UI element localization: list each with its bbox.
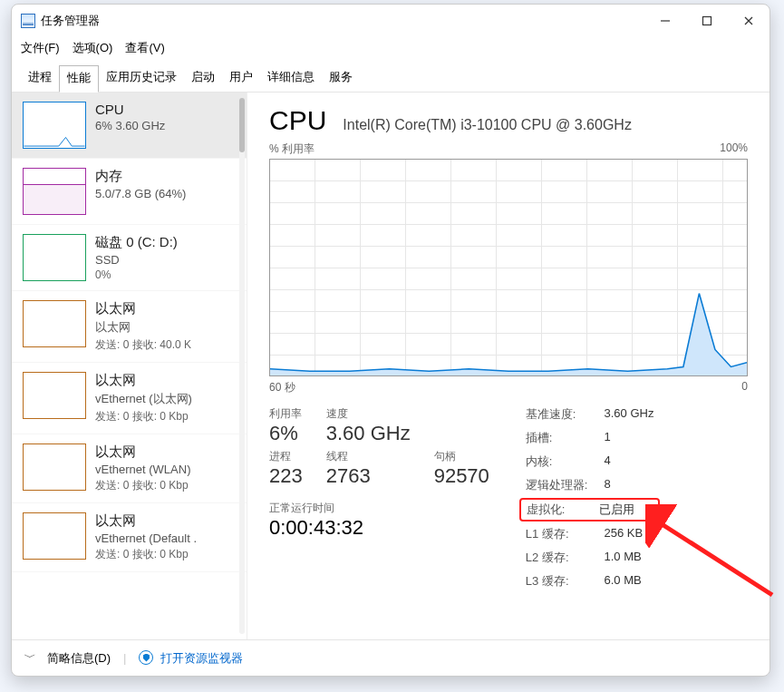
task-manager-window: 任务管理器 文件(F) 选项(O) 查看(V) 进程 性能 应用历史记录 启动 … <box>11 4 770 677</box>
cores-key: 内核: <box>526 453 588 470</box>
tab-details[interactable]: 详细信息 <box>260 65 322 91</box>
sidebar-item-sub1: 以太网 <box>95 319 191 336</box>
base-speed-key: 基准速度: <box>526 406 588 423</box>
sidebar-item-net-5[interactable]: 以太网vEthernet (WLAN)发送: 0 接收: 0 Kbp <box>12 434 247 503</box>
page-title: CPU <box>269 105 326 136</box>
speed-value: 3.60 GHz <box>326 422 411 445</box>
handles-label: 句柄 <box>434 449 489 464</box>
menu-view[interactable]: 查看(V) <box>125 40 164 56</box>
sidebar-item-name: 磁盘 0 (C: D:) <box>95 234 178 251</box>
chart-label-bottom-right: 0 <box>741 380 748 395</box>
chart-label-bottom-left: 60 秒 <box>269 380 295 395</box>
base-speed-val: 3.60 GHz <box>604 406 653 423</box>
tab-app-history[interactable]: 应用历史记录 <box>99 65 184 91</box>
window-title: 任务管理器 <box>41 13 100 29</box>
bottombar: 〉 简略信息(D) | 打开资源监视器 <box>12 639 769 676</box>
chevron-down-icon[interactable]: 〉 <box>21 652 37 664</box>
shield-icon <box>139 650 153 665</box>
sidebar-item-net-6[interactable]: 以太网vEthernet (Default .发送: 0 接收: 0 Kbp <box>12 503 247 572</box>
l3-val: 6.0 MB <box>604 573 653 590</box>
sidebar: CPU6% 3.60 GHz内存5.0/7.8 GB (64%)磁盘 0 (C:… <box>12 93 247 639</box>
uptime-label: 正常运行时间 <box>269 501 489 516</box>
net-thumbnail-icon <box>23 443 86 491</box>
logical-val: 8 <box>604 477 653 493</box>
cpu-model: Intel(R) Core(TM) i3-10100 CPU @ 3.60GHz <box>343 117 632 133</box>
l1-val: 256 KB <box>604 526 653 542</box>
net-thumbnail-icon <box>23 512 86 560</box>
util-label: 利用率 <box>269 406 303 422</box>
handles-value: 92570 <box>434 464 489 488</box>
sidebar-item-sub2: 发送: 0 接收: 0 Kbp <box>95 478 190 493</box>
tab-performance[interactable]: 性能 <box>59 65 99 93</box>
menu-file[interactable]: 文件(F) <box>21 40 60 56</box>
minimize-button[interactable] <box>644 6 686 35</box>
processes-label: 进程 <box>269 449 303 464</box>
maximize-button[interactable] <box>686 6 728 35</box>
threads-label: 线程 <box>326 449 411 464</box>
sidebar-item-sub1: vEthernet (WLAN) <box>95 463 190 476</box>
close-button[interactable] <box>728 6 769 35</box>
net-thumbnail-icon <box>23 372 86 419</box>
svg-rect-0 <box>703 17 711 25</box>
speed-label: 速度 <box>326 406 411 422</box>
tab-startup[interactable]: 启动 <box>184 65 222 91</box>
sockets-key: 插槽: <box>526 430 588 446</box>
sidebar-item-disk-2[interactable]: 磁盘 0 (C: D:)SSD0% <box>12 225 247 291</box>
sidebar-item-sub2: 0% <box>95 268 178 281</box>
menu-options[interactable]: 选项(O) <box>73 40 113 56</box>
sidebar-scrollbar[interactable] <box>239 98 245 634</box>
sidebar-item-name: 以太网 <box>95 443 190 461</box>
tab-services[interactable]: 服务 <box>322 65 360 91</box>
sockets-val: 1 <box>604 430 653 446</box>
threads-value: 2763 <box>326 464 411 488</box>
net-thumbnail-icon <box>23 300 86 347</box>
titlebar[interactable]: 任务管理器 <box>12 5 769 37</box>
chart-label-top-right: 100% <box>720 141 748 157</box>
l3-key: L3 缓存: <box>526 573 588 590</box>
brief-info-link[interactable]: 简略信息(D) <box>47 650 111 667</box>
sidebar-item-sub1: SSD <box>95 253 178 267</box>
sidebar-item-sub1: vEthernet (以太网) <box>95 391 192 407</box>
open-resource-monitor-link[interactable]: 打开资源监视器 <box>139 650 243 667</box>
sidebar-item-name: CPU <box>95 102 165 117</box>
sidebar-item-sub1: 5.0/7.8 GB (64%) <box>95 187 186 200</box>
l2-key: L2 缓存: <box>526 550 588 566</box>
mem-thumbnail-icon <box>23 168 86 215</box>
sidebar-item-name: 以太网 <box>95 372 192 389</box>
util-value: 6% <box>269 422 303 445</box>
cpu-utilization-chart <box>269 159 748 376</box>
sidebar-item-sub2: 发送: 0 接收: 40.0 K <box>95 337 191 353</box>
tab-processes[interactable]: 进程 <box>21 65 59 91</box>
virtualization-highlight: 虚拟化: 已启用 <box>519 498 661 521</box>
l1-key: L1 缓存: <box>526 526 588 542</box>
sidebar-item-sub1: 6% 3.60 GHz <box>95 119 165 132</box>
processes-value: 223 <box>269 464 303 488</box>
app-icon <box>21 14 35 28</box>
uptime-value: 0:00:43:32 <box>269 516 489 540</box>
cpu-spec-table: 基准速度: 3.60 GHz 插槽: 1 内核: 4 逻辑处理器: 8 虚拟化:… <box>526 406 654 590</box>
main-panel: CPU Intel(R) Core(TM) i3-10100 CPU @ 3.6… <box>247 93 769 639</box>
sidebar-item-name: 内存 <box>95 168 186 185</box>
chart-label-top-left: % 利用率 <box>269 141 315 157</box>
sidebar-item-net-3[interactable]: 以太网以太网发送: 0 接收: 40.0 K <box>12 291 247 363</box>
sidebar-item-sub2: 发送: 0 接收: 0 Kbp <box>95 409 192 424</box>
sidebar-item-sub1: vEthernet (Default . <box>95 531 197 545</box>
l2-val: 1.0 MB <box>604 550 653 566</box>
virtualization-key: 虚拟化: <box>527 502 584 518</box>
sidebar-item-cpu-0[interactable]: CPU6% 3.60 GHz <box>12 93 247 159</box>
menubar: 文件(F) 选项(O) 查看(V) <box>12 37 769 59</box>
sidebar-item-net-4[interactable]: 以太网vEthernet (以太网)发送: 0 接收: 0 Kbp <box>12 363 247 434</box>
virtualization-val: 已启用 <box>599 502 653 518</box>
sidebar-item-name: 以太网 <box>95 512 197 530</box>
tab-users[interactable]: 用户 <box>222 65 260 91</box>
sidebar-item-name: 以太网 <box>95 300 191 317</box>
cpu-thumbnail-icon <box>23 102 86 149</box>
sidebar-item-sub2: 发送: 0 接收: 0 Kbp <box>95 547 197 562</box>
sidebar-item-mem-1[interactable]: 内存5.0/7.8 GB (64%) <box>12 159 247 225</box>
tabbar: 进程 性能 应用历史记录 启动 用户 详细信息 服务 <box>12 59 769 93</box>
disk-thumbnail-icon <box>23 234 86 281</box>
cores-val: 4 <box>604 453 653 470</box>
logical-key: 逻辑处理器: <box>526 477 588 493</box>
